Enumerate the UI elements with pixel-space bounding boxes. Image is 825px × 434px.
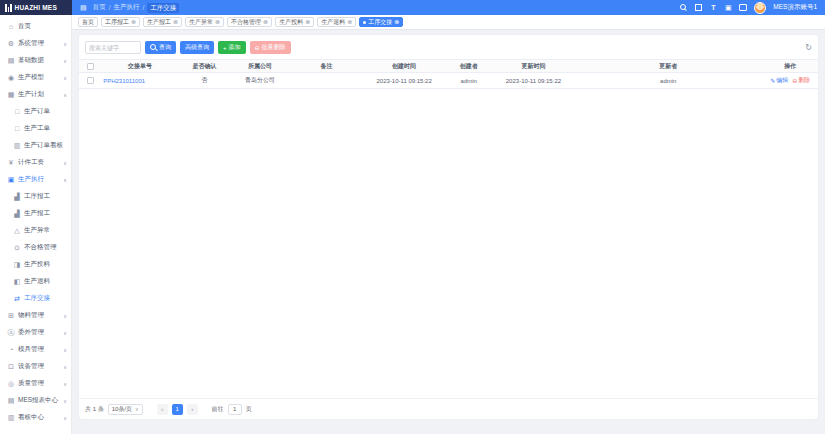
sidebar-item[interactable]: ⊙不合格管理 bbox=[0, 239, 71, 256]
sidebar-item[interactable]: ▥生产订单看板 bbox=[0, 137, 71, 154]
order-no-link[interactable]: PPH231011001 bbox=[103, 78, 145, 84]
close-icon[interactable]: ⊗ bbox=[263, 19, 268, 25]
sidebar-item[interactable]: ◉生产模型∨ bbox=[0, 69, 71, 86]
add-button[interactable]: +添加 bbox=[218, 41, 246, 54]
font-size-icon[interactable]: T bbox=[709, 3, 717, 13]
sidebar-collapse-icon[interactable]: ▤ bbox=[80, 4, 87, 12]
tab-label: 生产报工 bbox=[147, 18, 171, 27]
tab[interactable]: 生产异常⊗ bbox=[185, 17, 224, 27]
sidebar-item[interactable]: ▦生产计划∧ bbox=[0, 86, 71, 103]
sidebar-item[interactable]: □生产工单 bbox=[0, 120, 71, 137]
breadcrumb-item[interactable]: 生产执行 bbox=[113, 3, 139, 12]
sidebar-item-label: 系统管理 bbox=[18, 39, 60, 48]
prev-page-button[interactable]: ‹ bbox=[157, 404, 168, 415]
gear-icon: ⚙ bbox=[7, 40, 15, 48]
table-cell bbox=[290, 73, 364, 88]
top-header: HUAZHI MES ▤ 首页/生产执行/工序交接 T ▣ MES演示账号1 bbox=[0, 0, 825, 15]
breadcrumb-item[interactable]: 工序交接 bbox=[147, 3, 179, 13]
sidebar-item-label: 生产异常 bbox=[24, 226, 67, 235]
message-icon[interactable] bbox=[739, 3, 747, 13]
execute-icon: ▣ bbox=[7, 176, 15, 184]
edit-label: 编辑 bbox=[776, 76, 788, 85]
delete-button[interactable]: ⊖删除 bbox=[792, 76, 810, 85]
sidebar-item[interactable]: ▤基础数据∨ bbox=[0, 52, 71, 69]
refresh-icon[interactable]: ↻ bbox=[805, 44, 812, 52]
tab[interactable]: 生产投料⊗ bbox=[275, 17, 314, 27]
sidebar-item[interactable]: ◔模具管理∨ bbox=[0, 341, 71, 358]
tab-label: 不合格管理 bbox=[231, 18, 261, 27]
close-icon[interactable]: ⊗ bbox=[394, 19, 399, 25]
column-header: 是否确认 bbox=[179, 60, 231, 72]
sidebar-item[interactable]: ▟工序报工 bbox=[0, 188, 71, 205]
tab[interactable]: 首页 bbox=[78, 17, 98, 27]
sidebar-item[interactable]: △生产异常 bbox=[0, 222, 71, 239]
close-icon[interactable]: ⊗ bbox=[173, 19, 178, 25]
fullscreen-icon[interactable] bbox=[694, 3, 702, 13]
search-icon bbox=[150, 44, 157, 51]
next-page-button[interactable]: › bbox=[187, 404, 198, 415]
close-icon[interactable]: ⊗ bbox=[215, 19, 220, 25]
sidebar-item-label: 首页 bbox=[18, 22, 67, 31]
tab[interactable]: 工序交接⊗ bbox=[359, 17, 403, 27]
report-icon: ▤ bbox=[7, 397, 15, 405]
search-icon[interactable] bbox=[679, 3, 687, 13]
sidebar-item[interactable]: ⚙系统管理∨ bbox=[0, 35, 71, 52]
sidebar-item[interactable]: ▣生产执行∧ bbox=[0, 171, 71, 188]
advanced-search-button[interactable]: 高级查询 bbox=[180, 41, 214, 54]
tab[interactable]: 不合格管理⊗ bbox=[227, 17, 272, 27]
sidebar-item-label: 生产报工 bbox=[24, 209, 67, 218]
layout-icon[interactable]: ▣ bbox=[724, 3, 732, 13]
sidebar-item[interactable]: ⊡设备管理∨ bbox=[0, 358, 71, 375]
sidebar-item[interactable]: ◨生产投料 bbox=[0, 256, 71, 273]
material-icon: ⊞ bbox=[7, 312, 15, 320]
plus-icon: + bbox=[223, 45, 227, 51]
sidebar-item[interactable]: ◎质量管理∨ bbox=[0, 375, 71, 392]
sidebar-item-label: 不合格管理 bbox=[24, 243, 67, 252]
sidebar-item[interactable]: ▤MES报表中心∨ bbox=[0, 392, 71, 409]
tab[interactable]: 生产报工⊗ bbox=[143, 17, 182, 27]
sidebar-item[interactable]: Ⓐ委外管理∨ bbox=[0, 324, 71, 341]
app-logo: HUAZHI MES bbox=[0, 0, 72, 15]
sidebar-item[interactable]: ⇄工序交接 bbox=[0, 290, 71, 307]
table-cell: 2023-10-11 09:15:22 bbox=[363, 73, 444, 88]
page-number-button[interactable]: 1 bbox=[172, 404, 183, 415]
sidebar-item[interactable]: ▥看板中心∨ bbox=[0, 409, 71, 426]
sidebar-item-label: 计件工资 bbox=[18, 158, 60, 167]
quality-icon: ⊙ bbox=[13, 244, 21, 252]
sidebar-item[interactable]: ⌂首页 bbox=[0, 18, 71, 35]
goto-page-input[interactable] bbox=[228, 404, 242, 415]
row-checkbox[interactable] bbox=[87, 77, 94, 84]
app-title: HUAZHI MES bbox=[15, 4, 57, 11]
money-icon: ¥ bbox=[7, 159, 15, 167]
sidebar-item[interactable]: ¥计件工资∨ bbox=[0, 154, 71, 171]
username[interactable]: MES演示账号1 bbox=[773, 3, 817, 12]
table-cell: admin bbox=[445, 73, 493, 88]
edit-button[interactable]: ✎编辑 bbox=[770, 76, 788, 85]
close-icon[interactable]: ⊗ bbox=[305, 19, 310, 25]
sidebar-item-label: 基础数据 bbox=[18, 56, 60, 65]
sidebar-item[interactable]: □生产订单 bbox=[0, 103, 71, 120]
select-all-checkbox[interactable] bbox=[87, 63, 94, 70]
plan-icon: ▦ bbox=[7, 91, 15, 99]
pagination-total: 共 1 条 bbox=[85, 405, 104, 414]
sidebar-item[interactable]: ◧生产退料 bbox=[0, 273, 71, 290]
tab[interactable]: 生产退料⊗ bbox=[317, 17, 356, 27]
sidebar-item[interactable]: ⊞物料管理∨ bbox=[0, 307, 71, 324]
sidebar-item-label: 生产计划 bbox=[18, 90, 60, 99]
batch-delete-button[interactable]: ⊖批量删除 bbox=[250, 41, 291, 54]
warning-icon: △ bbox=[13, 227, 21, 235]
column-header: 创建时间 bbox=[363, 60, 444, 72]
column-header: 操作 bbox=[763, 60, 818, 72]
sidebar-item-label: MES报表中心 bbox=[18, 396, 60, 405]
close-icon[interactable]: ⊗ bbox=[347, 19, 352, 25]
avatar[interactable] bbox=[754, 2, 766, 14]
search-button[interactable]: 查询 bbox=[145, 41, 176, 54]
sidebar-item[interactable]: ▟生产报工 bbox=[0, 205, 71, 222]
chevron-down-icon: ∨ bbox=[63, 381, 67, 387]
breadcrumb-item[interactable]: 首页 bbox=[93, 3, 106, 12]
page-size-select[interactable]: 10条/页 ∨ bbox=[108, 404, 143, 415]
search-input[interactable] bbox=[85, 41, 141, 54]
goto-label: 前往 bbox=[212, 405, 224, 414]
close-icon[interactable]: ⊗ bbox=[131, 19, 136, 25]
tab[interactable]: 工序报工⊗ bbox=[101, 17, 140, 27]
